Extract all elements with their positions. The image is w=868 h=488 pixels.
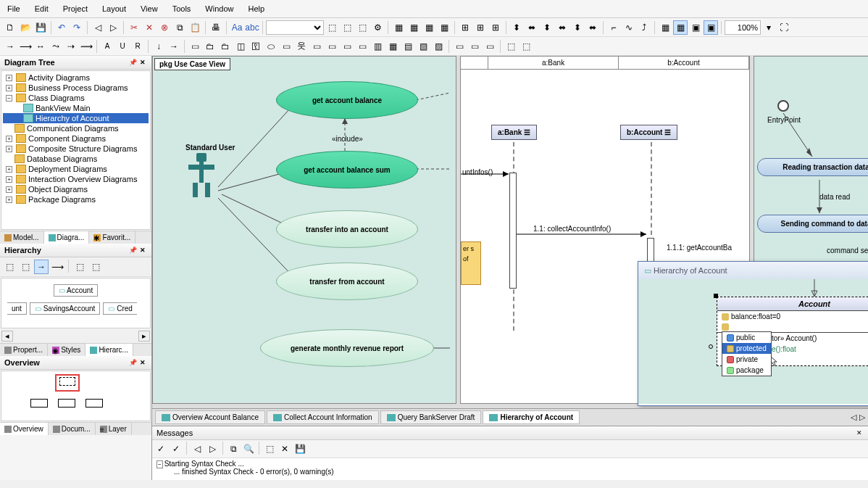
msg-filter-icon[interactable]: ⬚ — [262, 442, 277, 456]
new-icon[interactable]: 🗋 — [3, 20, 17, 35]
usecase-get-balance[interactable]: get account balance — [276, 81, 418, 119]
open-icon[interactable]: 📂 — [18, 20, 33, 35]
menu-tools[interactable]: Tools — [165, 2, 199, 15]
hierarchy-child-2[interactable]: ▭ Cred — [103, 302, 136, 315]
layout-5-icon[interactable]: ⬍ — [570, 20, 585, 35]
h-tool-6-icon[interactable]: ⬚ — [88, 260, 103, 274]
cut-icon[interactable]: ✂ — [127, 20, 141, 35]
entry-point[interactable] — [777, 100, 789, 112]
replace-icon[interactable]: abc — [245, 20, 259, 35]
expand-icon[interactable]: + — [6, 197, 12, 203]
pin-icon[interactable]: 📌 — [128, 58, 137, 67]
view-1-icon[interactable]: ▦ — [658, 20, 672, 35]
expand-icon[interactable]: + — [6, 176, 12, 183]
lifeline-account[interactable]: b:Account ☰ — [620, 125, 677, 140]
actor-standard-user[interactable]: Standard User — [185, 144, 235, 198]
conn-4-icon[interactable]: ⤳ — [49, 39, 63, 54]
h-tool-1-icon[interactable]: ⬚ — [2, 260, 17, 274]
doc-tab-query-bankserver[interactable]: Query BankServer Draft — [380, 410, 482, 424]
menu-help[interactable]: Help — [241, 2, 272, 15]
text-a-icon[interactable]: A — [100, 39, 114, 54]
diagram-combo[interactable] — [266, 20, 324, 35]
menu-project[interactable]: Project — [56, 2, 95, 15]
vis-private[interactable]: private — [722, 354, 771, 365]
text-r-icon[interactable]: R — [130, 39, 145, 54]
shape-comp-icon[interactable]: ◫ — [233, 39, 248, 54]
tree-deployment[interactable]: Deployment Diagrams — [28, 165, 107, 173]
layout-1-icon[interactable]: ⬍ — [509, 20, 524, 35]
prev-icon[interactable]: ◁ — [91, 20, 105, 35]
redo-icon[interactable]: ↷ — [70, 20, 84, 35]
expand-icon[interactable]: + — [6, 75, 12, 81]
shape-actor-icon[interactable]: 웃 — [294, 39, 309, 54]
arrow-right-icon[interactable]: → — [167, 39, 181, 54]
shape-s1-icon[interactable]: ▭ — [309, 39, 324, 54]
tree-class[interactable]: Class Diagrams — [28, 94, 85, 102]
save-icon[interactable]: 💾 — [33, 20, 48, 35]
state-sending[interactable]: Sending command to data — [757, 215, 868, 233]
menu-window[interactable]: Window — [198, 2, 241, 15]
view-2-icon[interactable]: ▦ — [673, 20, 688, 35]
tab-documentation[interactable]: Docum... — [49, 423, 96, 435]
grid-3-icon[interactable]: ⊞ — [488, 20, 503, 35]
layout-3-icon[interactable]: ⬍ — [540, 20, 554, 35]
conn-3-icon[interactable]: ↔ — [33, 39, 48, 54]
shape-s9-icon[interactable]: ▨ — [431, 39, 446, 54]
tab-layer[interactable]: ≡Layer — [96, 423, 132, 435]
shape-key-icon[interactable]: ⚿ — [249, 39, 263, 54]
pin-icon[interactable]: 📌 — [128, 358, 137, 367]
h-tool-2-icon[interactable]: ⬚ — [18, 260, 33, 274]
shape-s5-icon[interactable]: ▥ — [370, 39, 385, 54]
state-reading[interactable]: Reading transaction data — [757, 158, 868, 176]
messages-body[interactable]: −Starting Syntax Check ... ... finished … — [152, 458, 868, 480]
diagram-tree[interactable]: +Activity Diagrams +Business Process Dia… — [1, 70, 151, 230]
shape-s2-icon[interactable]: ▭ — [325, 39, 339, 54]
menu-view[interactable]: View — [133, 2, 165, 15]
msg-copy-icon[interactable]: ⧉ — [226, 442, 241, 456]
tool-2-icon[interactable]: ⬚ — [340, 20, 354, 35]
tree-database[interactable]: Database Diagrams — [27, 154, 97, 163]
hierarchy-body[interactable]: ▭ Account unt ▭ SavingsAccount ▭ Cred — [1, 278, 151, 328]
shape-s7-icon[interactable]: ▤ — [401, 39, 415, 54]
tree-component[interactable]: Component Diagrams — [28, 134, 106, 143]
menu-file[interactable]: File — [0, 2, 28, 15]
shape-box-icon[interactable]: ▭ — [279, 39, 293, 54]
window-titlebar[interactable]: ▭ Hierarchy of Account ━ ▣ ✕ — [638, 262, 868, 279]
seq-fragment[interactable]: er s of — [461, 241, 481, 285]
usecase-generate-report[interactable]: generate monthly revenue report — [260, 329, 434, 367]
shape-pkg-icon[interactable]: 🗀 — [218, 39, 233, 54]
shape-folder-icon[interactable]: 🗀 — [203, 39, 217, 54]
align-2-icon[interactable]: ▦ — [406, 20, 421, 35]
route-1-icon[interactable]: ⌐ — [606, 20, 621, 35]
shape-s4-icon[interactable]: ▭ — [355, 39, 370, 54]
h-tool-4-icon[interactable]: ⟶ — [50, 260, 64, 274]
misc-2-icon[interactable]: ⬚ — [519, 39, 533, 54]
print-icon[interactable]: 🖶 — [209, 20, 223, 35]
collapse-icon[interactable]: − — [6, 95, 12, 102]
vis-public[interactable]: public — [722, 332, 771, 343]
window-body[interactable]: Account balance:float=0 ctor» Account() … — [638, 279, 868, 404]
conn-1-icon[interactable]: → — [3, 39, 17, 54]
zoom-fit-icon[interactable]: ⛶ — [777, 20, 791, 35]
tree-comm[interactable]: Communication Diagrams — [27, 124, 119, 133]
doc-tab-collect-info[interactable]: Collect Account Information — [267, 410, 379, 424]
tab-scroll-left-icon[interactable]: ◁ — [851, 413, 856, 422]
text-u-icon[interactable]: U — [115, 39, 130, 54]
shape-s3-icon[interactable]: ▭ — [340, 39, 354, 54]
shape-s6-icon[interactable]: ▦ — [385, 39, 400, 54]
tree-hierarchy-account[interactable]: Hierarchy of Account — [36, 114, 109, 123]
attr-balance[interactable]: balance:float=0 — [717, 311, 868, 322]
align-1-icon[interactable]: ▦ — [391, 20, 406, 35]
tab-scroll-right-icon[interactable]: ▷ — [859, 413, 865, 422]
misc-1-icon[interactable]: ⬚ — [504, 39, 518, 54]
layout-2-icon[interactable]: ⬌ — [525, 20, 539, 35]
layout-6-icon[interactable]: ⬌ — [585, 20, 600, 35]
expand-icon[interactable]: + — [6, 186, 12, 193]
close-icon[interactable]: ✕ — [138, 358, 147, 367]
zoom-input[interactable] — [725, 20, 761, 35]
tree-interaction[interactable]: Interaction Overview Diagrams — [28, 175, 137, 183]
h-tool-5-icon[interactable]: ⬚ — [72, 260, 87, 274]
tab-favorites[interactable]: ✱Favorit... — [89, 231, 135, 244]
msg-tool-2-icon[interactable]: ✓ — [169, 442, 183, 456]
gear-icon[interactable]: ⚙ — [370, 20, 385, 35]
